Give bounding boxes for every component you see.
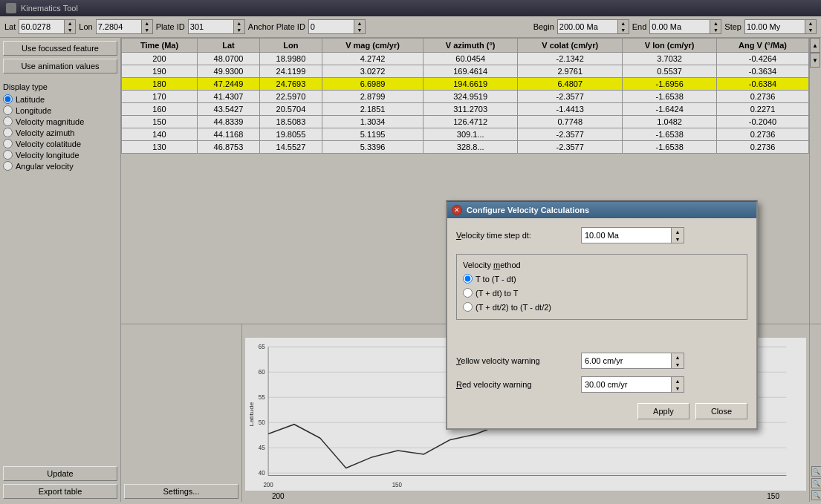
method-t-dt-to-t-input[interactable] <box>463 288 473 298</box>
yellow-warning-spin-buttons: ▲ ▼ <box>671 353 684 368</box>
method-t-dt-to-t-label: (T + dt) to T <box>476 289 518 298</box>
underline-y: Y <box>456 356 461 365</box>
method-t-to-t-dt[interactable]: T to (T - dt) <box>463 274 741 284</box>
configure-velocity-dialog: ✕ Configure Velocity Calculations Veloci… <box>446 200 758 430</box>
velocity-time-step-input[interactable] <box>582 228 671 243</box>
label-text: Velocity time step dt: <box>456 231 531 240</box>
velocity-method-label: Velocity method <box>463 261 741 269</box>
red-warning-spin-buttons: ▲ ▼ <box>671 377 684 392</box>
yellow-warning-spinner[interactable]: ▲ ▼ <box>581 353 684 369</box>
red-warning-spinner[interactable]: ▲ ▼ <box>581 376 684 393</box>
modal-body: Velocity time step dt: ▲ ▼ Velocity meth… <box>447 218 756 428</box>
modal-overlay: ✕ Configure Velocity Calculations Veloci… <box>0 0 821 504</box>
yellow-warning-up[interactable]: ▲ <box>672 353 684 361</box>
velocity-time-step-spinner[interactable]: ▲ ▼ <box>581 227 684 243</box>
underline-v: V <box>456 231 461 240</box>
red-warning-up[interactable]: ▲ <box>672 377 684 384</box>
close-button[interactable]: Close <box>695 403 747 419</box>
modal-title: Configure Velocity Calculations <box>467 206 589 215</box>
method-t-dt2-to-t-dt2-input[interactable] <box>463 302 473 312</box>
velocity-time-step-down[interactable]: ▼ <box>672 235 684 243</box>
velocity-time-step-label: Velocity time step dt: <box>456 231 575 240</box>
yellow-warning-row: Yellow velocity warning ▲ ▼ <box>456 353 747 369</box>
modal-button-row: Apply Close <box>456 400 747 419</box>
method-t-dt2-to-t-dt2-label: (T + dt/2) to (T - dt/2) <box>476 303 551 312</box>
yellow-warning-input[interactable] <box>582 353 671 368</box>
underline-r: R <box>456 380 462 389</box>
velocity-time-step-up[interactable]: ▲ <box>672 228 684 235</box>
apply-button[interactable]: Apply <box>637 403 689 419</box>
yellow-warning-down[interactable]: ▼ <box>672 361 684 368</box>
yellow-warning-label: Yellow velocity warning <box>456 356 575 365</box>
method-t-dt2-to-t-dt2[interactable]: (T + dt/2) to (T - dt/2) <box>463 302 741 312</box>
velocity-time-step-row: Velocity time step dt: ▲ ▼ <box>456 227 747 243</box>
method-t-to-t-dt-input[interactable] <box>463 274 473 284</box>
underline-m: m <box>493 261 500 269</box>
red-warning-label: Red velocity warning <box>456 380 575 389</box>
red-warning-down[interactable]: ▼ <box>672 384 684 392</box>
method-t-dt-to-t[interactable]: (T + dt) to T <box>463 288 741 298</box>
red-warning-input[interactable] <box>582 377 671 392</box>
spacer <box>456 330 747 345</box>
modal-close-icon[interactable]: ✕ <box>452 205 462 215</box>
modal-title-bar: ✕ Configure Velocity Calculations <box>447 202 756 218</box>
velocity-method-group: Velocity method T to (T - dt) (T + dt) t… <box>456 254 747 320</box>
velocity-time-step-spin-buttons: ▲ ▼ <box>671 228 684 243</box>
red-warning-row: Red velocity warning ▲ ▼ <box>456 376 747 393</box>
method-t-to-t-dt-label: T to (T - dt) <box>476 275 516 284</box>
velocity-method-radios: T to (T - dt) (T + dt) to T (T + dt/2) t… <box>463 274 741 313</box>
